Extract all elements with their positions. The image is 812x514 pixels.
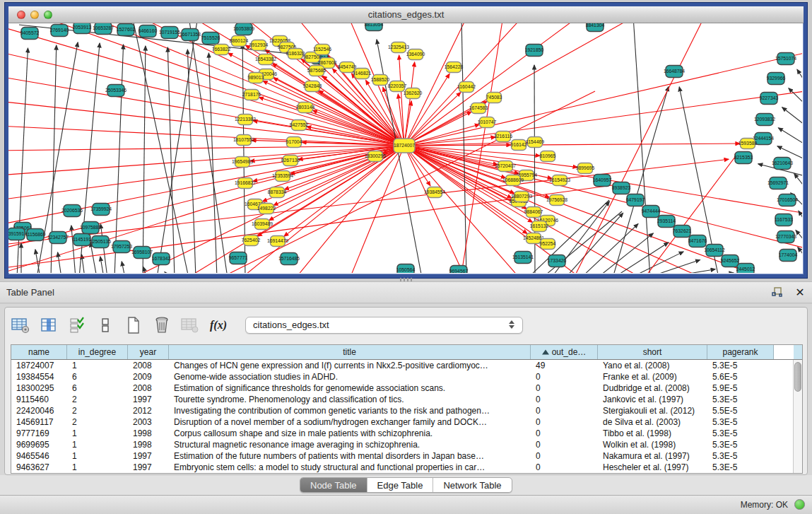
- table-row[interactable]: 977716911998Corpus callosum shape and si…: [11, 428, 802, 439]
- graph-node-label: 17957253: [111, 244, 132, 249]
- table-cell: Hescheler et al. (1997): [598, 462, 707, 473]
- network-canvas[interactable]: 9405572276914020539131065328715276026466…: [8, 23, 802, 273]
- graph-edge[interactable]: [404, 146, 506, 178]
- graph-edge[interactable]: [782, 107, 802, 129]
- function-builder-icon[interactable]: f(x): [208, 315, 228, 335]
- window-titlebar[interactable]: citations_edges.txt: [8, 6, 804, 23]
- table-cell: 9777169: [11, 428, 67, 439]
- graph-edge[interactable]: [597, 233, 653, 273]
- graph-edge[interactable]: [100, 257, 104, 273]
- graph-edge[interactable]: [796, 230, 802, 248]
- graph-node-label: 12325413: [388, 45, 409, 49]
- select-columns-icon[interactable]: [67, 315, 87, 335]
- graph-edge[interactable]: [797, 69, 802, 90]
- column-header-pagerank[interactable]: pagerank: [707, 345, 774, 359]
- table-cell: Embryonic stem cells: a model to study s…: [169, 462, 531, 473]
- column-header-short[interactable]: short: [598, 345, 707, 359]
- graph-edge[interactable]: [58, 252, 61, 273]
- column-header-out_de…[interactable]: out_de…: [531, 345, 598, 359]
- table-row[interactable]: 1938455462009Genome-wide association stu…: [11, 371, 802, 382]
- graph-edge[interactable]: [71, 226, 76, 273]
- graph-node-label: 9884067: [524, 209, 543, 214]
- table-row[interactable]: 911546021997Tourette syndrome. Phenomeno…: [11, 394, 802, 405]
- graph-edge[interactable]: [789, 88, 802, 110]
- graph-edge[interactable]: [122, 262, 125, 273]
- table-toolbar: f(x) citations_edges.txt: [11, 313, 523, 337]
- graph-edge[interactable]: [581, 224, 638, 273]
- vertical-scrollbar[interactable]: [793, 360, 802, 473]
- graph-edge[interactable]: [794, 174, 802, 194]
- graph-node-label: 19756928: [546, 197, 567, 202]
- table-cell: 5.6E-5: [707, 371, 774, 382]
- graph-node-label: 17016504: [777, 197, 798, 202]
- table-cell: Dudbridge et al. (2008): [598, 382, 707, 394]
- memory-status-label: Memory: OK: [741, 500, 788, 510]
- status-bar: Memory: OK: [0, 495, 812, 514]
- graph-edge[interactable]: [143, 267, 147, 273]
- graph-edge[interactable]: [798, 247, 802, 264]
- graph-node-label: 16648784: [664, 69, 685, 74]
- table-row[interactable]: 969969511998Structural magnetic resonanc…: [11, 439, 802, 450]
- graph-edge[interactable]: [404, 62, 415, 146]
- graph-edge[interactable]: [778, 128, 802, 148]
- network-view-window[interactable]: citations_edges.txt 94055722769140205391…: [5, 3, 807, 278]
- graph-edge[interactable]: [143, 46, 146, 273]
- table-row[interactable]: 946362711997Embryonic stem cells: a mode…: [11, 462, 802, 473]
- table-row[interactable]: 1872400712008Changes of HCN gene express…: [11, 360, 802, 371]
- table-cell: Tibbo et al. (1998): [598, 428, 707, 439]
- column-header-name[interactable]: name: [11, 345, 67, 359]
- scrollbar-thumb[interactable]: [794, 362, 801, 392]
- sort-ascending-icon: [542, 349, 549, 354]
- column-header-year[interactable]: year: [128, 345, 169, 359]
- graph-node-label: 9657771: [229, 255, 248, 260]
- table-row[interactable]: 2242004622012Investigating the contribut…: [11, 405, 802, 416]
- graph-edge[interactable]: [8, 146, 404, 250]
- table-row[interactable]: 946554611997Estimation of the future num…: [11, 450, 802, 462]
- graph-edge[interactable]: [647, 260, 700, 273]
- graph-node-label: 9329966: [767, 76, 786, 81]
- graph-node-label: 12353594: [272, 173, 293, 178]
- graph-edge[interactable]: [165, 271, 170, 273]
- table-tabs-bar: Node TableEdge TableNetwork Table: [0, 475, 812, 495]
- graph-node-label: 1160442: [457, 84, 476, 89]
- graph-node-label: 17359924: [90, 206, 112, 211]
- graph-edge[interactable]: [633, 23, 650, 273]
- table-cell: 5.3E-5: [707, 394, 774, 405]
- table-cell: 1998: [128, 439, 169, 450]
- graph-edge[interactable]: [259, 97, 404, 146]
- tab-node-table[interactable]: Node Table: [300, 478, 367, 492]
- graph-edge[interactable]: [263, 81, 404, 146]
- table-cell: de Silva et al. (2003): [598, 416, 707, 428]
- table-row[interactable]: 1830029562008Estimation of significance …: [11, 382, 802, 394]
- float-panel-icon[interactable]: [771, 286, 784, 298]
- graph-node-label: 8813054: [365, 23, 384, 27]
- delete-column-icon[interactable]: [152, 315, 172, 335]
- graph-edge[interactable]: [613, 87, 669, 273]
- graph-edge[interactable]: [167, 47, 175, 273]
- table-cell: Corpus callosum shape and size in male p…: [169, 428, 531, 439]
- graph-node-label: 7663822: [212, 47, 231, 52]
- show-columns-icon[interactable]: [39, 315, 59, 335]
- table-body: 1872400712008Changes of HCN gene express…: [11, 360, 802, 473]
- column-header-in_degree[interactable]: in_degree: [67, 345, 128, 359]
- tab-edge-table[interactable]: Edge Table: [367, 478, 434, 492]
- tab-network-table[interactable]: Network Table: [433, 478, 511, 492]
- table-cell: 2: [67, 394, 128, 405]
- graph-node-label: 2769140: [50, 28, 69, 33]
- close-panel-icon[interactable]: ✕: [794, 286, 806, 298]
- graph-node-label: 8471676: [688, 238, 707, 243]
- graph-edge[interactable]: [461, 23, 466, 273]
- new-column-icon[interactable]: [124, 315, 143, 335]
- row-height-icon[interactable]: [95, 315, 115, 335]
- import-table-icon[interactable]: [180, 315, 200, 335]
- table-selector-dropdown[interactable]: citations_edges.txt: [245, 317, 523, 334]
- table-mode-icon[interactable]: [11, 315, 30, 335]
- table-row[interactable]: 1456911722003Disruption of a novel membe…: [11, 416, 802, 428]
- graph-node-label: 10719155: [159, 30, 180, 35]
- column-header-title[interactable]: title: [169, 345, 531, 359]
- graph-edge[interactable]: [399, 55, 404, 146]
- graph-edge[interactable]: [799, 211, 802, 230]
- memory-ok-indicator: [794, 499, 805, 510]
- table-cell: 1: [67, 462, 128, 473]
- graph-node-label: 10688609: [502, 177, 524, 182]
